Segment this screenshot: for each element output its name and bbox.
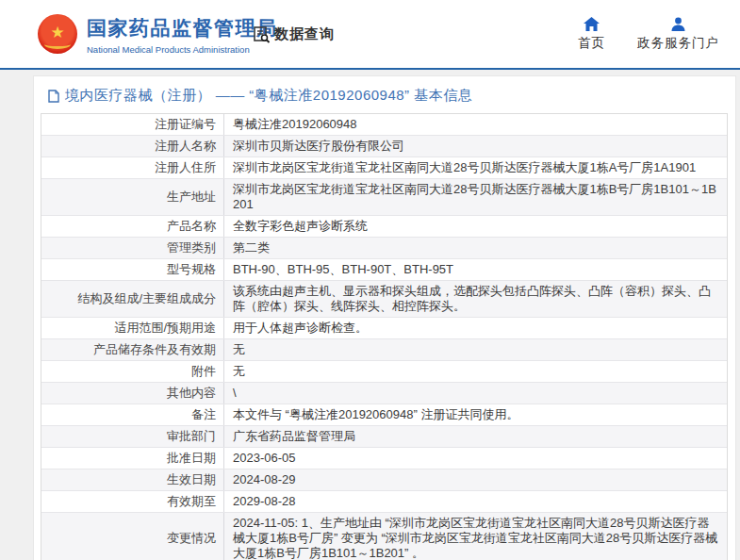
nav-item-gov-portal[interactable]: 政务服务门户 <box>637 17 719 52</box>
row-label: 型号规格 <box>41 259 224 280</box>
site-header: ★ 国家药品监督管理局 National Medical Products Ad… <box>0 0 740 68</box>
table-row: 注册证编号 粤械注准20192060948 <box>41 114 727 136</box>
row-label: 注册人住所 <box>41 157 224 178</box>
content-panel: 境内医疗器械（注册） —— “粤械注准20192060948” 基本信息 注册证… <box>33 75 736 560</box>
table-row: 其他内容 \ <box>41 383 727 404</box>
data-query-button[interactable]: 数据查询 <box>253 25 335 43</box>
table-row: 批准日期 2023-06-05 <box>41 448 727 469</box>
row-value: 深圳市贝斯达医疗股份有限公司 <box>224 136 727 156</box>
table-row: 管理类别 第二类 <box>41 238 727 259</box>
row-label: 变更情况 <box>41 513 224 560</box>
row-label: 生效日期 <box>41 469 224 490</box>
document-icon <box>48 90 59 103</box>
table-row: 变更情况 2024-11-05: 1、生产地址由 “深圳市龙岗区宝龙街道宝龙社区… <box>41 513 727 560</box>
user-icon <box>671 17 685 31</box>
table-row: 生效日期 2024-08-29 <box>41 469 727 491</box>
row-value: 用于人体超声诊断检查。 <box>224 318 727 338</box>
china-national-emblem-icon: ★ <box>38 14 77 54</box>
row-label: 适用范围/预期用途 <box>41 318 224 338</box>
row-label: 有效期至 <box>41 491 224 512</box>
nav-gov-portal-label: 政务服务门户 <box>637 35 719 52</box>
table-row: 适用范围/预期用途 用于人体超声诊断检查。 <box>41 318 727 339</box>
row-label: 生产地址 <box>41 179 224 215</box>
row-label: 管理类别 <box>41 238 224 258</box>
nav-item-home[interactable]: 首页 <box>578 17 605 52</box>
table-row: 审批部门 广东省药品监督管理局 <box>41 426 727 448</box>
site-title: 国家药品监督管理局 <box>87 15 278 41</box>
row-label: 结构及组成/主要组成成分 <box>41 281 224 317</box>
header-divider <box>0 68 740 70</box>
page-title: 境内医疗器械（注册） —— “粤械注准20192060948” 基本信息 <box>65 87 472 105</box>
row-value: 深圳市龙岗区宝龙街道宝龙社区南同大道28号贝斯达医疗器械大厦1栋A号厂房1A19… <box>224 157 727 178</box>
top-nav: 首页 政务服务门户 <box>578 17 719 52</box>
row-label: 附件 <box>41 361 224 382</box>
info-table: 注册证编号 粤械注准20192060948 注册人名称 深圳市贝斯达医疗股份有限… <box>41 113 728 560</box>
row-value: 2023-06-05 <box>224 448 727 469</box>
row-value: 2024-11-05: 1、生产地址由 “深圳市龙岗区宝龙街道宝龙社区南同大道2… <box>224 513 727 560</box>
row-value: 2029-08-28 <box>224 491 727 512</box>
row-value: 广东省药品监督管理局 <box>224 426 727 447</box>
table-row: 产品名称 全数字彩色超声诊断系统 <box>41 216 727 238</box>
row-value: 深圳市龙岗区宝龙街道宝龙社区南同大道28号贝斯达医疗器械大厦1栋B号厂房1B10… <box>224 179 727 215</box>
table-row: 生产地址 深圳市龙岗区宝龙街道宝龙社区南同大道28号贝斯达医疗器械大厦1栋B号厂… <box>41 179 727 216</box>
table-row: 附件 无 <box>41 361 727 383</box>
row-label: 其他内容 <box>41 383 224 404</box>
row-value: BTH-90、BTH-95、BTH-90T、BTH-95T <box>224 259 727 280</box>
document-search-icon <box>253 25 271 43</box>
site-subtitle: National Medical Products Administration <box>87 44 278 55</box>
table-row: 备注 本文件与 “粤械注准20192060948” 注册证共同使用。 <box>41 404 727 426</box>
row-value: \ <box>224 383 727 404</box>
row-label: 注册证编号 <box>41 114 224 135</box>
row-value: 本文件与 “粤械注准20192060948” 注册证共同使用。 <box>224 404 727 425</box>
row-value: 全数字彩色超声诊断系统 <box>224 216 727 237</box>
data-query-label: 数据查询 <box>274 25 335 43</box>
row-label: 备注 <box>41 404 224 425</box>
table-row: 型号规格 BTH-90、BTH-95、BTH-90T、BTH-95T <box>41 259 727 281</box>
row-label: 注册人名称 <box>41 136 224 156</box>
table-row: 注册人名称 深圳市贝斯达医疗股份有限公司 <box>41 136 727 157</box>
row-value: 粤械注准20192060948 <box>224 114 727 135</box>
table-row: 结构及组成/主要组成成分 该系统由超声主机、显示器和探头组成，选配探头包括凸阵探… <box>41 281 727 318</box>
title-bar: 境内医疗器械（注册） —— “粤械注准20192060948” 基本信息 <box>41 76 728 113</box>
row-label: 审批部门 <box>41 426 224 447</box>
row-label: 批准日期 <box>41 448 224 469</box>
row-value: 该系统由超声主机、显示器和探头组成，选配探头包括凸阵探头、凸阵（容积）探头、凸阵… <box>224 281 727 317</box>
home-icon <box>584 17 600 31</box>
site-logo[interactable]: 国家药品监督管理局 National Medical Products Admi… <box>87 15 278 55</box>
table-row: 注册人住所 深圳市龙岗区宝龙街道宝龙社区南同大道28号贝斯达医疗器械大厦1栋A号… <box>41 157 727 179</box>
nav-home-label: 首页 <box>578 35 605 52</box>
row-value: 第二类 <box>224 238 727 258</box>
row-value: 2024-08-29 <box>224 469 727 490</box>
row-value: 无 <box>224 361 727 382</box>
row-label: 产品储存条件及有效期 <box>41 339 224 360</box>
table-row: 有效期至 2029-08-28 <box>41 491 727 513</box>
row-value: 无 <box>224 339 727 360</box>
table-row: 产品储存条件及有效期 无 <box>41 339 727 361</box>
row-label: 产品名称 <box>41 216 224 237</box>
